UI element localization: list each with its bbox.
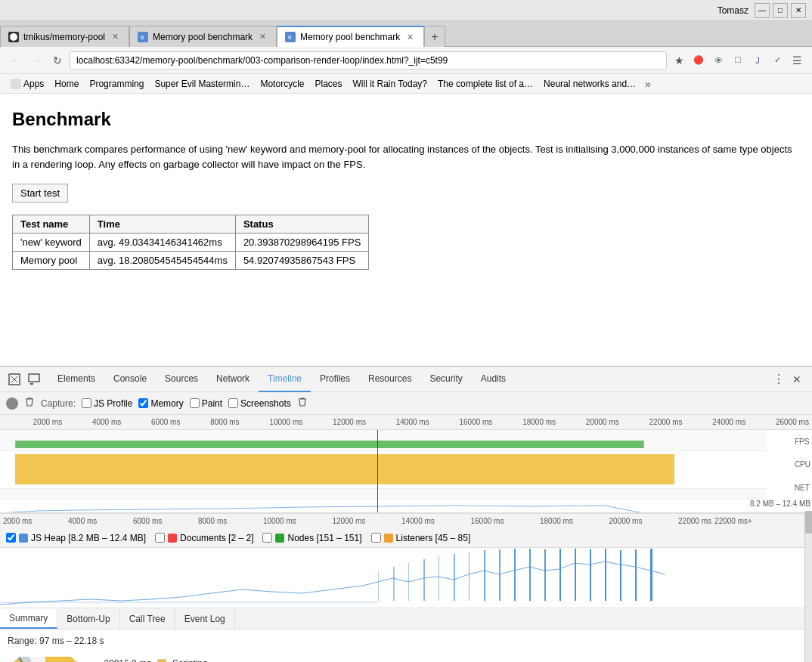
devtools: Elements Console Sources Network Timelin… <box>0 366 812 662</box>
toggle-console-button[interactable] <box>26 371 42 388</box>
svg-rect-15 <box>469 552 470 601</box>
tab-2-close[interactable]: ✕ <box>257 31 268 42</box>
ruler-mark-8000: 8000 ms <box>210 418 239 426</box>
scrollbar-thumb[interactable] <box>805 511 812 534</box>
row1-testname: 'new' keyword <box>13 234 90 252</box>
legend-listeners[interactable]: Listeners [45 – 85] <box>371 533 471 543</box>
capture-screenshots[interactable]: Screenshots <box>228 398 291 409</box>
capture-paint[interactable]: Paint <box>190 398 222 409</box>
bookmark-places[interactable]: Places <box>310 77 346 91</box>
listeners-checkbox[interactable] <box>371 533 381 543</box>
bookmark-motorcycle[interactable]: Motorcycle <box>256 77 308 91</box>
close-button[interactable]: ✕ <box>791 3 806 18</box>
tab-1-close[interactable]: ✕ <box>110 31 121 42</box>
summary-tabs: Summary Bottom-Up Call Tree Event Log <box>0 608 812 630</box>
table-row: Memory pool avg. 18.208054545454544ms 54… <box>13 252 369 270</box>
menu-button[interactable]: ☰ <box>788 51 806 70</box>
addon-button-1[interactable]: 🔴 <box>690 51 708 70</box>
bookmark-rain[interactable]: Will it Rain Today? <box>349 77 432 91</box>
documents-checkbox[interactable] <box>155 533 165 543</box>
screenshots-checkbox[interactable] <box>228 398 238 408</box>
devtools-tab-profiles[interactable]: Profiles <box>311 367 359 392</box>
addon-button-2[interactable]: 👁 <box>709 51 727 70</box>
fps-label: FPS <box>795 438 810 446</box>
summary-tab-summary[interactable]: Summary <box>0 608 57 629</box>
capture-memory[interactable]: Memory <box>138 398 183 409</box>
summary-tab-calltree[interactable]: Call Tree <box>120 608 175 629</box>
bookmark-superevil[interactable]: Super Evil Mastermin… <box>150 77 254 91</box>
reload-button[interactable]: ↻ <box>48 51 67 70</box>
svg-text:B: B <box>288 35 292 40</box>
devtools-tab-sources[interactable]: Sources <box>156 367 207 392</box>
devtools-tabs: Elements Console Sources Network Timelin… <box>48 367 515 391</box>
summary-tab-eventlog[interactable]: Event Log <box>175 608 235 629</box>
net-track <box>0 489 767 500</box>
forward-button[interactable]: → <box>27 51 45 70</box>
summary-scrollbar[interactable] <box>804 511 812 662</box>
timeline-toolbar: Capture: JS Profile Memory Paint Screens… <box>0 392 812 415</box>
pie-chart-svg <box>8 657 83 662</box>
legend-documents[interactable]: Documents [2 – 2] <box>155 533 253 543</box>
ruler-mark-24000: 24000 ms <box>712 418 745 426</box>
bookmarks-overflow[interactable]: » <box>642 76 654 91</box>
bookmark-neural[interactable]: Neural networks and… <box>539 77 640 91</box>
tab-3-close[interactable]: ✕ <box>404 32 416 43</box>
legend-nodes[interactable]: Nodes [151 – 151] <box>262 533 361 543</box>
devtools-tab-audits[interactable]: Audits <box>472 367 515 392</box>
memory-checkbox[interactable] <box>138 398 148 408</box>
nodes-checkbox[interactable] <box>262 533 272 543</box>
minimize-button[interactable]: — <box>755 3 770 18</box>
url-bar[interactable] <box>70 51 667 70</box>
row1-time: avg. 49.03434146341462ms <box>89 234 235 252</box>
capture-js-profile[interactable]: JS Profile <box>82 398 132 409</box>
jsheap-checkbox[interactable] <box>6 533 16 543</box>
bmark-16000: 16000 ms <box>470 517 504 525</box>
paint-checkbox[interactable] <box>190 398 200 408</box>
back-button[interactable]: ← <box>6 51 24 70</box>
tab-1-favicon <box>8 32 19 42</box>
devtools-tab-console[interactable]: Console <box>104 367 156 392</box>
tab-2[interactable]: B Memory pool benchmark ✕ <box>129 26 277 47</box>
col-header-time: Time <box>89 215 235 234</box>
js-profile-checkbox[interactable] <box>82 398 91 408</box>
jsheap-color <box>19 534 28 543</box>
maximize-button[interactable]: □ <box>773 3 788 18</box>
tab-1[interactable]: tmikus/memory-pool ✕ <box>0 26 129 47</box>
clear-timeline-button[interactable] <box>24 397 35 410</box>
summary-tab-bottomup[interactable]: Bottom-Up <box>57 608 119 629</box>
delete-button[interactable] <box>297 397 308 410</box>
svg-rect-27 <box>650 549 652 601</box>
window-controls[interactable]: — □ ✕ <box>755 3 806 18</box>
track-labels: FPS CPU NET <box>795 430 810 500</box>
devtools-tab-security[interactable]: Security <box>420 367 471 392</box>
bookmark-star-button[interactable]: ★ <box>670 51 688 70</box>
devtools-tab-network[interactable]: Network <box>207 367 259 392</box>
jsheap-label: JS Heap [8.2 MB – 12.4 MB] <box>31 533 146 543</box>
stat-scripting: 20016.9 ms Scripting <box>98 657 804 662</box>
addon-button-3[interactable]: ☐ <box>729 51 747 70</box>
bmark-22000-end: 22000 ms+ <box>714 517 752 525</box>
new-tab-icon: + <box>431 30 438 44</box>
bmark-2000: 2000 ms <box>3 517 32 525</box>
nodes-color <box>275 534 284 543</box>
addon-button-4[interactable]: J <box>748 51 767 70</box>
timeline-area[interactable]: FPS CPU NET 8.2 MB – 12.4 MB <box>0 430 812 513</box>
devtools-close-button[interactable]: ✕ <box>788 370 806 388</box>
legend-jsheap[interactable]: JS Heap [8.2 MB – 12.4 MB] <box>6 533 146 543</box>
bookmark-completelist[interactable]: The complete list of a… <box>433 77 538 91</box>
tab-3[interactable]: B Memory pool benchmark ✕ <box>277 26 424 47</box>
tab-new[interactable]: + <box>424 26 445 47</box>
bookmark-apps[interactable]: Apps <box>6 77 48 91</box>
devtools-tab-elements[interactable]: Elements <box>48 367 104 392</box>
devtools-tab-resources[interactable]: Resources <box>359 367 420 392</box>
svg-rect-23 <box>590 549 591 601</box>
start-test-button[interactable]: Start test <box>12 184 68 203</box>
listeners-color <box>384 534 393 543</box>
devtools-tab-timeline[interactable]: Timeline <box>259 367 311 392</box>
devtools-more-button[interactable]: ⋮ <box>770 370 788 388</box>
record-button[interactable] <box>6 398 18 410</box>
bookmark-programming[interactable]: Programming <box>85 77 148 91</box>
inspect-element-button[interactable] <box>6 371 23 388</box>
addon-button-5[interactable]: ✓ <box>768 51 786 70</box>
bookmark-home[interactable]: Home <box>50 77 83 91</box>
